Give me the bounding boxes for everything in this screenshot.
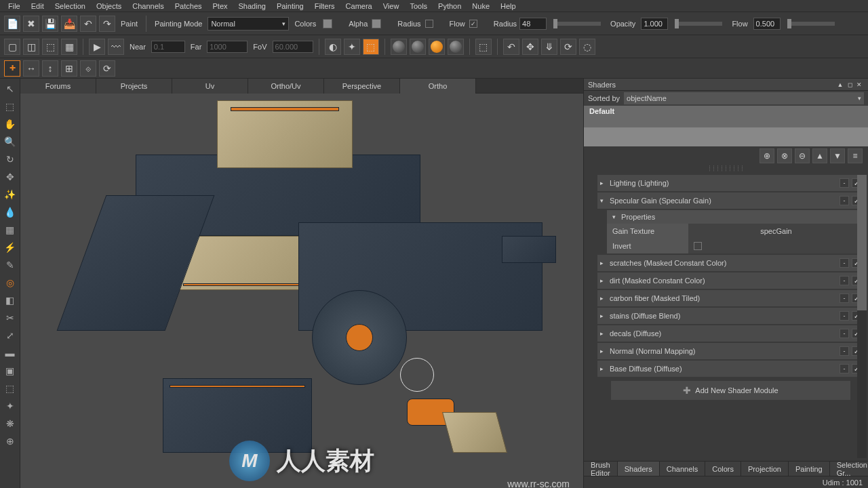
radius-slider[interactable]	[553, 22, 601, 26]
panel-undock-icon[interactable]: ▲	[835, 81, 845, 88]
shader-dup-icon[interactable]: ⊗	[777, 148, 792, 163]
undo-icon[interactable]: ↶	[80, 16, 96, 32]
sorted-by-select[interactable]: objectName	[624, 92, 864, 104]
shader-down-icon[interactable]: ▼	[830, 148, 845, 163]
painting-mode-select[interactable]: Normal	[208, 17, 289, 30]
tab-forums[interactable]: Forums	[20, 79, 96, 94]
btab-painting[interactable]: Painting	[789, 462, 830, 476]
snap2-icon[interactable]: ⟳	[99, 60, 115, 77]
panel-divider[interactable]: ┊┊┊┊┊┊┊┊┊	[584, 165, 868, 172]
align-grid-icon[interactable]: ⊞	[61, 60, 77, 77]
menu-python[interactable]: Python	[433, 2, 467, 10]
proj2-icon[interactable]: ✦	[344, 39, 360, 55]
redo-icon[interactable]: ↷	[99, 16, 115, 32]
layer-menu-icon[interactable]: -	[840, 196, 849, 205]
layer-decals[interactable]: ▸decals (Diffuse)-	[597, 325, 864, 342]
colors-swatch[interactable]	[323, 19, 332, 28]
menu-channels[interactable]: Channels	[127, 2, 169, 10]
extra3-tool-icon[interactable]: ⊕	[3, 434, 18, 449]
panel-close-icon[interactable]: ✕	[854, 81, 864, 88]
radius-input[interactable]	[519, 18, 547, 30]
zoom-tool-icon[interactable]: 🔍	[3, 134, 18, 149]
btab-selection[interactable]: Selection Gr...	[830, 462, 868, 476]
pen-tool-icon[interactable]: ✎	[3, 258, 18, 272]
shader-item-default[interactable]: Default	[584, 106, 868, 117]
tab-perspective[interactable]: Perspective	[324, 79, 400, 94]
extra2-tool-icon[interactable]: ❋	[3, 416, 18, 431]
menu-view[interactable]: View	[378, 2, 405, 10]
layer-basediffuse[interactable]: ▸Base Diffuse (Diffuse)-	[597, 361, 864, 377]
clone-tool-icon[interactable]: ⬚	[3, 381, 18, 396]
tab-projects[interactable]: Projects	[96, 79, 172, 94]
layer-carbon[interactable]: ▸carbon fiber (Masked Tiled)-	[597, 290, 864, 306]
play-icon[interactable]: ▶	[89, 39, 105, 55]
cube4-icon[interactable]: ▦	[61, 39, 77, 55]
tab-orthouv[interactable]: Ortho/Uv	[248, 79, 324, 94]
brush-icon[interactable]: 〰	[108, 39, 124, 55]
gain-texture-value[interactable]: specGain	[688, 224, 864, 239]
far-input[interactable]	[207, 41, 248, 53]
align-h-icon[interactable]: ↔	[23, 60, 39, 77]
eraser-tool-icon[interactable]: ◧	[3, 293, 18, 308]
layer-specgain[interactable]: ▾ Specular Gain (Specular Gain) -	[597, 192, 864, 209]
near-input[interactable]	[151, 41, 185, 53]
transform-tool-icon[interactable]: ✥	[3, 169, 18, 184]
opacity-input[interactable]	[641, 18, 668, 30]
viewport[interactable]: M 人人素材 www.rr-sc.com	[20, 94, 583, 488]
menu-patches[interactable]: Patches	[170, 2, 208, 10]
menu-ptex[interactable]: Ptex	[208, 2, 233, 10]
nav-back-icon[interactable]: ↶	[503, 39, 519, 55]
tab-uv[interactable]: Uv	[172, 79, 248, 94]
add-button[interactable]: ✚	[4, 60, 20, 77]
nav-down-icon[interactable]: ⤋	[541, 39, 557, 55]
nav-refresh-icon[interactable]: ◌	[579, 39, 595, 55]
layers-scrollbar[interactable]	[857, 175, 867, 458]
menu-help[interactable]: Help	[495, 2, 521, 10]
layer-stains[interactable]: ▸stains (Diffuse Blend)-	[597, 308, 864, 324]
layer-normal[interactable]: ▸Normal (Normal Mapping)-	[597, 343, 864, 359]
save-icon[interactable]: 💾	[42, 16, 58, 32]
btab-brush-editor[interactable]: Brush Editor	[584, 462, 618, 476]
hand-tool-icon[interactable]: ✋	[3, 117, 18, 131]
radius-check[interactable]	[425, 20, 433, 28]
nav-rotate-icon[interactable]: ⟳	[560, 39, 576, 55]
menu-edit[interactable]: Edit	[26, 2, 50, 10]
new-file-icon[interactable]: 📄	[4, 16, 20, 32]
shader-layers-icon[interactable]: ≡	[848, 148, 863, 163]
layer-dirt[interactable]: ▸dirt (Masked Constant Color)-	[597, 272, 864, 289]
opacity-slider[interactable]	[675, 22, 722, 26]
menu-camera[interactable]: Camera	[340, 2, 378, 10]
extra1-tool-icon[interactable]: ✦	[3, 399, 18, 413]
frame-icon[interactable]: ⬚	[475, 39, 492, 55]
menu-selection[interactable]: Selection	[50, 2, 91, 10]
target-tool-icon[interactable]: ◎	[3, 275, 18, 290]
layer-menu-icon[interactable]: -	[840, 178, 849, 188]
import-icon[interactable]: 📥	[61, 16, 77, 32]
menu-shading[interactable]: Shading	[233, 2, 271, 10]
proj1-icon[interactable]: ◐	[325, 39, 341, 55]
align-v-icon[interactable]: ↕	[42, 60, 58, 77]
shader-add-icon[interactable]: ⊕	[760, 148, 774, 163]
knife-tool-icon[interactable]: ✂	[3, 310, 18, 325]
sphere3-icon[interactable]	[429, 39, 445, 55]
fov-input[interactable]	[273, 41, 313, 53]
wand-tool-icon[interactable]: ✨	[3, 187, 18, 202]
marquee-tool-icon[interactable]: ⬚	[3, 99, 18, 114]
sphere2-icon[interactable]	[410, 39, 426, 55]
add-shader-module-button[interactable]: ✚Add New Shader Module	[611, 381, 850, 400]
proj3-icon[interactable]: ⬚	[363, 39, 379, 55]
tab-ortho[interactable]: Ortho	[400, 79, 476, 94]
menu-nuke[interactable]: Nuke	[467, 2, 495, 10]
expand-icon[interactable]: ▾	[600, 197, 607, 204]
shader-up-icon[interactable]: ▲	[812, 148, 827, 163]
menu-file[interactable]: File	[3, 2, 26, 10]
rotate-tool-icon[interactable]: ↻	[3, 152, 18, 167]
btab-shaders[interactable]: Shaders	[618, 462, 660, 476]
snap1-icon[interactable]: ⟐	[80, 60, 96, 77]
panel-max-icon[interactable]: ◻	[845, 81, 854, 88]
cube-icon[interactable]: ▢	[4, 39, 20, 55]
bucket-tool-icon[interactable]: ▬	[3, 346, 18, 361]
flow-input[interactable]	[753, 18, 781, 30]
btab-projection[interactable]: Projection	[741, 462, 789, 476]
bolt-tool-icon[interactable]: ⚡	[3, 240, 18, 255]
